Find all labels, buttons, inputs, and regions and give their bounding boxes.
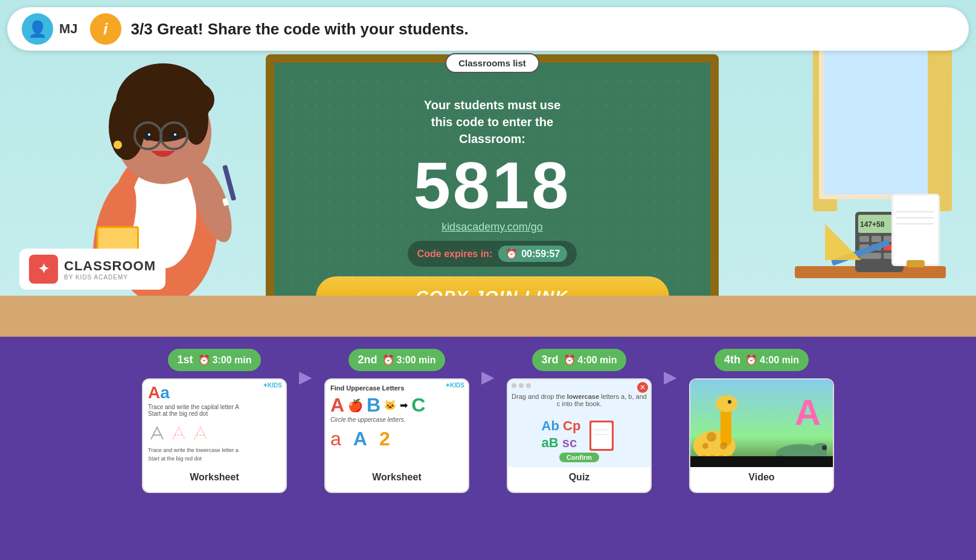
clock-icon-6: ⏰ (745, 354, 757, 366)
ws2-letters: A 🍎 B 🐱 ➡ C (330, 394, 463, 416)
clock-icon-3: ⏰ (198, 354, 210, 366)
activity-item-4: 4th ⏰ 4:00 min (677, 349, 846, 493)
svg-rect-27 (872, 236, 881, 242)
svg-point-59 (728, 400, 731, 404)
ws1-title: Aa (148, 384, 281, 401)
svg-rect-26 (859, 236, 869, 242)
ws2-header: Find Uppercase Letters (330, 384, 463, 392)
svg-point-12 (169, 131, 179, 141)
svg-point-7 (172, 81, 214, 118)
worksheet2-preview: ✦KIDS Find Uppercase Letters A 🍎 B 🐱 ➡ C… (326, 380, 468, 467)
quiz-confirm-btn[interactable]: Confirm (559, 453, 599, 462)
clock-icon-5: ⏰ (563, 354, 576, 366)
activity-3-header: 3rd ⏰ 4:00 min (532, 349, 627, 371)
activity-card-4[interactable]: A Video (689, 378, 834, 493)
ws2-uppercase-a: A (353, 428, 367, 450)
quiz-preview: ✕ Drag and drop the lowercase letters a,… (508, 380, 650, 467)
activity-2-time: ⏰ 3:00 min (382, 354, 436, 366)
quiz-letters: Ab Cp aB sc (542, 418, 581, 454)
activity-1-order: 1st (178, 354, 193, 366)
video-letter-a: A (795, 392, 821, 433)
activity-4-label: Video (690, 467, 833, 488)
bottom-section: 1st ⏰ 3:00 min ✦KIDS Aa Trace and write … (0, 337, 976, 560)
kids-logo-2: ✦KIDS (445, 382, 464, 389)
ws2-letter-c: C (411, 394, 425, 416)
svg-point-55 (716, 395, 737, 412)
svg-point-13 (148, 133, 150, 136)
activity-4-order: 4th (724, 354, 740, 366)
svg-text:147+58: 147+58 (860, 220, 885, 229)
activity-4-time: ⏰ 4:00 min (745, 354, 799, 366)
classrooms-list-button[interactable]: Classrooms list (445, 53, 539, 73)
arrow-3: ▶ (664, 349, 677, 387)
activity-3-label: Quiz (508, 467, 650, 488)
arrow-2: ▶ (481, 349, 495, 387)
svg-rect-54 (721, 407, 731, 446)
classroom-scene: Classrooms list Your students must use t… (0, 0, 976, 344)
ws2-letter-a: A (330, 394, 344, 416)
arrow-1: ▶ (299, 349, 312, 387)
activity-4-thumbnail: A (690, 380, 833, 467)
svg-point-58 (702, 443, 708, 449)
header-bar: 👤 MJ i 3/3 Great! Share the code with yo… (7, 7, 969, 51)
activity-item-3: 3rd ⏰ 4:00 min ✕ Drag and drop th (495, 349, 664, 493)
user-icon: 👤 (28, 20, 47, 39)
activity-row: 1st ⏰ 3:00 min ✦KIDS Aa Trace and write … (36, 337, 940, 493)
activity-item-2: 2nd ⏰ 3:00 min ✦KIDS Find Uppercase Lett… (312, 349, 481, 493)
info-button[interactable]: i (90, 13, 121, 45)
chalkboard-inner: Your students must use this code to ente… (286, 75, 698, 317)
activity-3-order: 3rd (542, 354, 559, 366)
worksheet1-preview: ✦KIDS Aa Trace and write the capital let… (143, 380, 286, 467)
activity-1-thumbnail: ✦KIDS Aa Trace and write the capital let… (143, 380, 286, 467)
svg-rect-41 (907, 260, 925, 267)
ws2-row2: a A 2 (330, 428, 463, 450)
svg-point-15 (114, 141, 122, 149)
ws2-number-2: 2 (379, 428, 390, 450)
svg-point-56 (707, 432, 716, 442)
svg-rect-49 (591, 422, 612, 449)
activity-3-time: ⏰ 4:00 min (563, 354, 617, 366)
quiz-close-btn: ✕ (637, 382, 648, 393)
activity-4-header: 4th ⏰ 4:00 min (714, 349, 809, 371)
ws2-letter-b: B (367, 394, 380, 416)
activity-1-header: 1st ⏰ 3:00 min (168, 349, 262, 371)
logo-sub-label: BY KIDS ACADEMY (64, 274, 156, 281)
activity-card-1[interactable]: ✦KIDS Aa Trace and write the capital let… (142, 378, 287, 493)
activity-3-thumbnail: ✕ Drag and drop the lowercase letters a,… (508, 380, 650, 467)
header-message: 3/3 Great! Share the code with your stud… (131, 20, 469, 39)
svg-rect-36 (893, 196, 938, 264)
activity-2-label: Worksheet (326, 467, 468, 488)
activity-2-order: 2nd (358, 354, 377, 366)
kids-academy-icon: ✦ (29, 255, 58, 284)
activity-card-3[interactable]: ✕ Drag and drop the lowercase letters a,… (507, 378, 652, 493)
activity-2-header: 2nd ⏰ 3:00 min (348, 349, 446, 371)
desk-items: 147+58 (795, 176, 946, 299)
activity-item-1: 1st ⏰ 3:00 min ✦KIDS Aa Trace and write … (130, 349, 299, 493)
logo-text: CLASSROOM BY KIDS ACADEMY (64, 258, 156, 281)
svg-point-11 (143, 131, 153, 141)
logo-classroom-label: CLASSROOM (64, 258, 156, 274)
activity-1-label: Worksheet (143, 467, 286, 488)
clock-icon-4: ⏰ (382, 354, 394, 366)
video-preview: A (690, 380, 833, 467)
svg-point-57 (720, 442, 727, 450)
activity-1-time: ⏰ 3:00 min (198, 354, 252, 366)
classroom-logo: ✦ CLASSROOM BY KIDS ACADEMY (19, 249, 165, 290)
kids-logo-1: ✦KIDS (263, 382, 282, 389)
ws2-lowercase-a: a (330, 428, 341, 450)
svg-point-66 (822, 445, 827, 450)
activity-card-2[interactable]: ✦KIDS Find Uppercase Letters A 🍎 B 🐱 ➡ C… (324, 378, 469, 493)
chalk-dots-decoration (286, 75, 698, 317)
user-name: MJ (59, 21, 78, 37)
window (819, 30, 940, 199)
svg-point-14 (174, 133, 176, 136)
activity-2-thumbnail: ✦KIDS Find Uppercase Letters A 🍎 B 🐱 ➡ C… (326, 380, 468, 467)
avatar: 👤 (22, 13, 53, 45)
